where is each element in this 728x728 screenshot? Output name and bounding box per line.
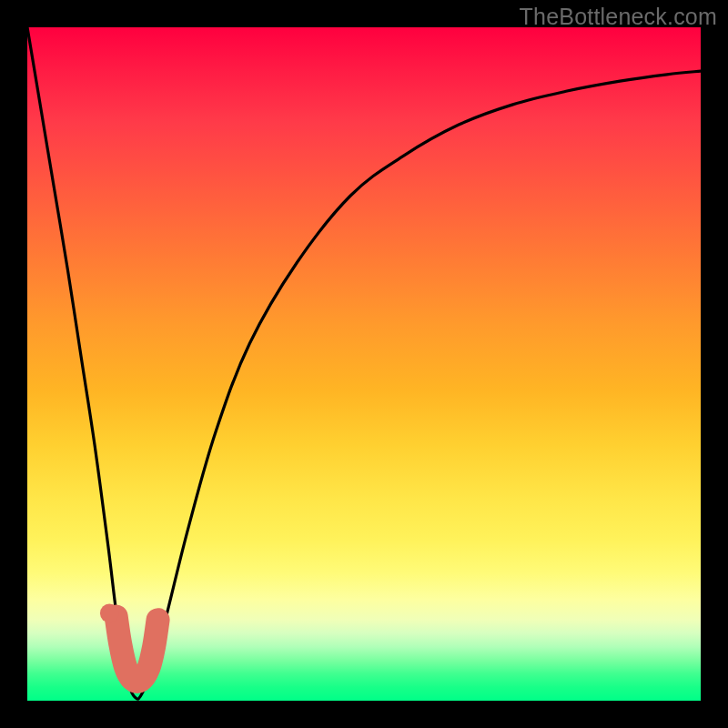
curve-layer	[27, 27, 701, 701]
dip-marker	[116, 617, 158, 682]
plot-area	[27, 27, 701, 701]
chart-frame: TheBottleneck.com	[0, 0, 728, 728]
watermark-text: TheBottleneck.com	[520, 4, 717, 30]
bottleneck-curve	[27, 27, 701, 699]
dot-marker	[100, 603, 119, 622]
